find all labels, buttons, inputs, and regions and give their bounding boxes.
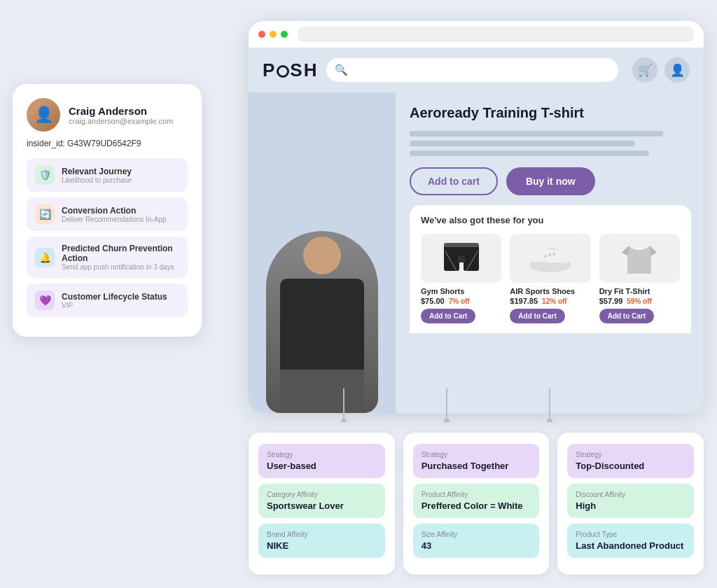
tag-title-0: Relevant Journey <box>62 167 132 176</box>
tag-lifecycle-status: 💜 Customer Lifecycle Status VIP <box>27 284 188 317</box>
browser-expand-dot[interactable] <box>281 31 288 38</box>
rec-add-cart-0[interactable]: Add to Cart <box>421 309 475 323</box>
insider-id-value: G43W79UD6542F9 <box>67 139 141 148</box>
rec-img-dry-fit-tshirt <box>599 234 680 283</box>
tag-sub-3: VIP <box>62 302 167 309</box>
posh-header: PSH 🔍 🛒 👤 <box>249 48 704 92</box>
product-mannequin <box>266 231 378 413</box>
product-info: Aeroready Training T-shirt Add to cart B… <box>396 92 691 413</box>
connector-1 <box>443 388 450 422</box>
connector-line-2 <box>549 388 550 416</box>
connector-arrow-1 <box>443 416 450 422</box>
svg-rect-1 <box>444 257 459 271</box>
connector-0 <box>340 388 347 422</box>
svg-rect-4 <box>444 243 479 247</box>
user-account-icon[interactable]: 👤 <box>664 57 690 83</box>
strat-value-1-1: Preffered Color = White <box>422 500 531 511</box>
strat-value-0-2: NIKE <box>267 540 377 551</box>
user-profile-card: 👤 Craig Anderson craig.anderson@example.… <box>13 84 202 337</box>
rec-price-0: $75.00 <box>421 297 445 305</box>
strategy-field-brand-affinity: Brand Affinity NIKE <box>258 524 385 558</box>
insider-id-row: insider_id: G43W79UD6542F9 <box>27 139 188 148</box>
user-card-header: 👤 Craig Anderson craig.anderson@example.… <box>27 98 188 132</box>
rec-discount-2: 59% off <box>627 298 652 305</box>
connector-2 <box>546 388 553 422</box>
cart-icon[interactable]: 🛒 <box>632 57 657 83</box>
strategy-field-product-affinity: Product Affinity Preffered Color = White <box>413 484 540 518</box>
rec-add-cart-2[interactable]: Add to Cart <box>599 309 654 323</box>
rec-price-row-2: $57.99 59% off <box>599 297 652 305</box>
svg-rect-3 <box>458 255 465 262</box>
search-bar[interactable]: 🔍 <box>326 58 618 82</box>
browser-content: PSH 🔍 🛒 👤 <box>249 48 704 413</box>
avatar: 👤 <box>27 98 60 132</box>
tag-sub-1: Deliver Recommendations In-App <box>62 216 167 223</box>
connector-arrow-0 <box>340 416 347 422</box>
connector-line-1 <box>446 388 447 416</box>
strat-label-2-2: Product Type <box>576 531 685 538</box>
product-description-lines <box>410 131 691 156</box>
tshirt-svg <box>622 240 657 276</box>
browser-close-dot[interactable] <box>258 31 265 38</box>
tag-title-2: Predicted Churn Prevention Action <box>62 244 179 263</box>
strategy-field-product-type: Product Type Last Abandoned Product <box>567 524 694 558</box>
recommendations-section: We've also got these for you <box>410 205 691 333</box>
user-email: craig.anderson@example.com <box>69 117 173 125</box>
tag-churn-prevention: 🔔 Predicted Churn Prevention Action Send… <box>27 237 188 278</box>
strat-label-2-0: Strategy <box>576 451 685 458</box>
rec-discount-1: 12% off <box>542 298 567 305</box>
user-name: Craig Anderson <box>69 105 173 117</box>
search-icon: 🔍 <box>335 64 348 76</box>
buy-it-now-button[interactable]: Buy it now <box>506 167 595 195</box>
shoes-svg <box>526 241 575 276</box>
posh-logo: PSH <box>263 59 318 81</box>
relevant-journey-icon: 🛡️ <box>35 165 55 185</box>
header-icons: 🛒 👤 <box>632 57 690 83</box>
strat-value-0-1: Sportswear Lover <box>267 500 377 511</box>
strat-label-1-2: Size Affinity <box>422 531 531 538</box>
tag-title-3: Customer Lifecycle Status <box>62 292 167 302</box>
strat-value-2-2: Last Abandoned Product <box>576 540 685 551</box>
insider-id-label: insider_id: <box>27 139 65 148</box>
strategy-field-label-2-0: Strategy Top-Discounted <box>567 444 694 478</box>
mannequin-tshirt <box>280 279 364 370</box>
strategy-cards-container: Strategy User-based Category Affinity Sp… <box>249 433 704 575</box>
strategy-field-discount-affinity: Discount Affinity High <box>567 484 694 518</box>
conversion-action-icon: 🔄 <box>35 204 55 224</box>
rec-item-gym-shorts: Gym Shorts $75.00 7% off Add to Cart <box>421 234 501 323</box>
rec-name-0: Gym Shorts <box>421 287 464 295</box>
strat-value-1-2: 43 <box>422 540 531 551</box>
rec-name-2: Dry Fit T-Shirt <box>599 287 650 295</box>
strat-value-1-0: Purchased Together <box>422 461 531 471</box>
product-title: Aeroready Training T-shirt <box>410 105 691 121</box>
add-to-cart-button[interactable]: Add to cart <box>410 167 498 195</box>
mannequin-pants <box>280 370 364 413</box>
product-buttons: Add to cart Buy it now <box>410 167 691 195</box>
svg-point-8 <box>544 255 547 258</box>
rec-price-1: $197.85 <box>510 297 538 305</box>
rec-section-title: We've also got these for you <box>421 215 680 225</box>
desc-line-1 <box>410 131 663 136</box>
svg-rect-2 <box>464 257 479 271</box>
lifecycle-status-icon: 💜 <box>35 290 55 310</box>
strat-label-2-1: Discount Affinity <box>576 491 685 498</box>
strategy-field-category-affinity: Category Affinity Sportswear Lover <box>258 484 385 518</box>
strategy-card-top-discounted: Strategy Top-Discounted Discount Affinit… <box>557 433 704 575</box>
rec-item-air-sports-shoes: AIR Sports Shoes $197.85 12% off Add to … <box>510 234 590 323</box>
rec-img-air-sports-shoes <box>510 234 590 283</box>
browser-panel: PSH 🔍 🛒 👤 <box>249 21 704 413</box>
mannequin-head <box>303 237 341 274</box>
tag-sub-2: Send app push notification in 3 days <box>62 263 179 271</box>
rec-add-cart-1[interactable]: Add to Cart <box>510 309 564 323</box>
browser-minimize-dot[interactable] <box>270 31 277 38</box>
desc-line-2 <box>410 141 635 146</box>
rec-discount-0: 7% off <box>449 298 470 305</box>
browser-url-bar[interactable] <box>298 27 694 42</box>
strategy-field-size-affinity: Size Affinity 43 <box>413 524 540 558</box>
churn-prevention-icon: 🔔 <box>35 248 55 267</box>
strat-label-1-0: Strategy <box>422 451 531 458</box>
strategy-card-purchased-together: Strategy Purchased Together Product Affi… <box>403 433 550 575</box>
rec-img-gym-shorts <box>421 234 501 283</box>
rec-price-row-1: $197.85 12% off <box>510 297 566 305</box>
tag-relevant-journey: 🛡️ Relevant Journey Likelihood to purcha… <box>27 158 188 192</box>
